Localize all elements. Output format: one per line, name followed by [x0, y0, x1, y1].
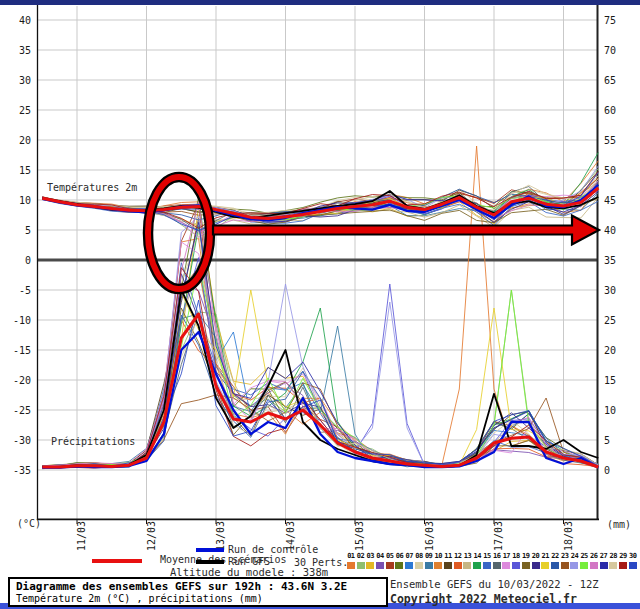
legend-control-label: Run de contrôle: [228, 544, 318, 555]
svg-text:18/03: 18/03: [563, 521, 574, 551]
temperature-zone-label: Températures 2m: [47, 182, 137, 193]
svg-text:15/03: 15/03: [354, 521, 365, 551]
svg-text:-5: -5: [19, 285, 31, 296]
svg-text:50: 50: [604, 165, 616, 176]
svg-text:0: 0: [25, 255, 31, 266]
svg-text:30: 30: [604, 285, 616, 296]
svg-text:16/03: 16/03: [424, 521, 435, 551]
meteociel-ensemble-page: { "labels": { "temp_zone": "Températures…: [0, 0, 640, 609]
svg-text:11/03: 11/03: [76, 521, 87, 551]
svg-text:60: 60: [604, 105, 616, 116]
pert-05: 05: [385, 552, 395, 569]
pert-06: 06: [395, 552, 405, 569]
pert-02: 02: [356, 552, 366, 569]
svg-text:45: 45: [604, 195, 616, 206]
ensemble-chart: 4035302520151050-5-10-15-20-25-30-357570…: [0, 0, 640, 609]
pert-03: 03: [365, 552, 375, 569]
pert-19: 19: [521, 552, 531, 569]
svg-text:5: 5: [25, 225, 31, 236]
pert-14: 14: [472, 552, 482, 569]
svg-text:-30: -30: [13, 435, 31, 446]
svg-text:0: 0: [604, 465, 610, 476]
svg-text:-25: -25: [13, 405, 31, 416]
copyright-label: Copyright 2022 Meteociel.fr: [390, 592, 577, 606]
pert-04: 04: [375, 552, 385, 569]
svg-text:-35: -35: [13, 465, 31, 476]
y-right-unit-label: (mm): [607, 519, 631, 530]
pert-24: 24: [570, 552, 580, 569]
pert-07: 07: [404, 552, 414, 569]
precipitation-zone-label: Précipitations: [51, 436, 135, 447]
svg-text:5: 5: [604, 435, 610, 446]
pert-16: 16: [492, 552, 502, 569]
svg-text:12/03: 12/03: [146, 521, 157, 551]
svg-text:65: 65: [604, 75, 616, 86]
svg-text:17/03: 17/03: [493, 521, 504, 551]
svg-text:35: 35: [604, 255, 616, 266]
svg-text:-20: -20: [13, 375, 31, 386]
svg-text:10: 10: [604, 405, 616, 416]
pert-20: 20: [531, 552, 541, 569]
svg-text:15: 15: [19, 165, 31, 176]
svg-text:-10: -10: [13, 315, 31, 326]
pert-17: 17: [502, 552, 512, 569]
legend-control-swatch: [196, 548, 224, 552]
svg-text:30: 30: [19, 75, 31, 86]
pert-22: 22: [550, 552, 560, 569]
pert-09: 09: [424, 552, 434, 569]
svg-text:20: 20: [604, 345, 616, 356]
pert-01: 01: [346, 552, 356, 569]
pert-29: 29: [618, 552, 628, 569]
pert-27: 27: [599, 552, 609, 569]
pert-18: 18: [511, 552, 521, 569]
svg-text:40: 40: [604, 225, 616, 236]
svg-text:55: 55: [604, 135, 616, 146]
pert-15: 15: [482, 552, 492, 569]
pert-10: 10: [433, 552, 443, 569]
svg-text:10: 10: [19, 195, 31, 206]
pert-30: 30: [628, 552, 638, 569]
svg-text:15: 15: [604, 375, 616, 386]
run-info-label: Ensemble GEFS du 10/03/2022 - 12Z: [390, 578, 599, 590]
info-box: Diagramme des ensembles GEFS sur 192h : …: [8, 577, 388, 607]
legend-mean-swatch: [92, 559, 142, 563]
info-box-subtitle: Température 2m (°C) , précipitations (mm…: [16, 593, 380, 605]
top-banner: [0, 0, 640, 5]
y-left-unit-label: (°C): [17, 518, 41, 529]
pert-12: 12: [453, 552, 463, 569]
legend-gfs-swatch: [196, 560, 224, 564]
info-box-title: Diagramme des ensembles GEFS sur 192h : …: [16, 580, 380, 593]
svg-text:13/03: 13/03: [215, 521, 226, 551]
svg-text:20: 20: [19, 135, 31, 146]
svg-text:70: 70: [604, 45, 616, 56]
pert-23: 23: [560, 552, 570, 569]
pert-11: 11: [443, 552, 453, 569]
pert-13: 13: [463, 552, 473, 569]
pert-08: 08: [414, 552, 424, 569]
perts-color-legend: 0102030405060708091011121314151617181920…: [346, 552, 638, 569]
pert-25: 25: [579, 552, 589, 569]
svg-text:25: 25: [604, 315, 616, 326]
svg-text:75: 75: [604, 15, 616, 26]
svg-text:35: 35: [19, 45, 31, 56]
pert-21: 21: [540, 552, 550, 569]
svg-text:-15: -15: [13, 345, 31, 356]
svg-text:40: 40: [19, 15, 31, 26]
pert-26: 26: [589, 552, 599, 569]
svg-text:25: 25: [19, 105, 31, 116]
pert-28: 28: [608, 552, 618, 569]
